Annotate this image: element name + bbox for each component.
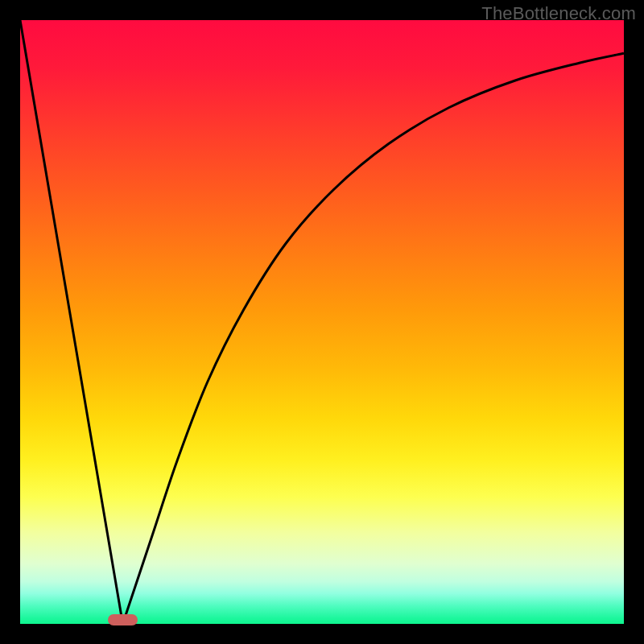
optimum-marker (108, 614, 138, 625)
plot-area (20, 20, 624, 624)
chart-curves (20, 20, 624, 624)
series-right-curve (123, 53, 625, 624)
series-left-leg (20, 20, 123, 624)
chart-container: TheBottleneck.com (0, 0, 644, 644)
watermark: TheBottleneck.com (481, 3, 636, 24)
